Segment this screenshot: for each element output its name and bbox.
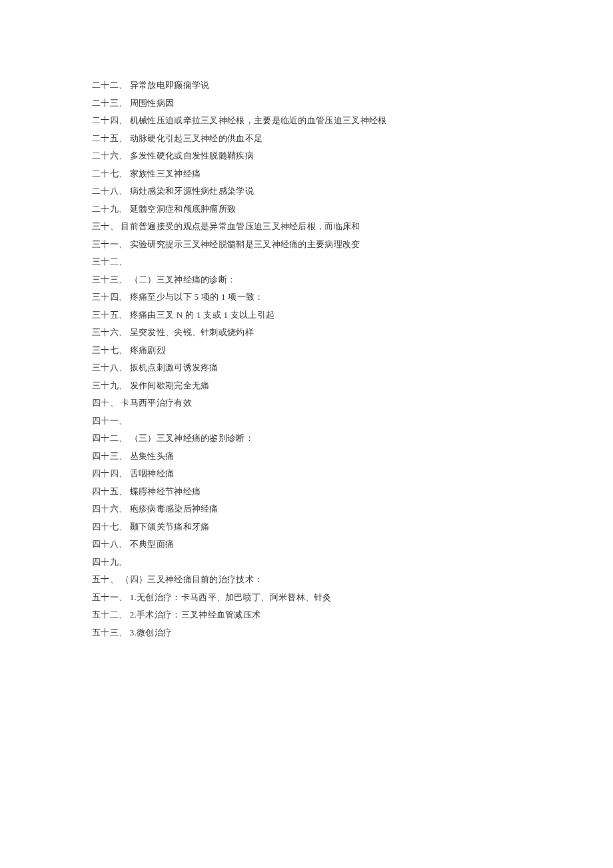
line-text: 3.微创治疗 [130,628,173,638]
line-number: 二十四、 [92,115,127,125]
line-number: 三十七、 [92,345,127,355]
line-text: 异常放电即癫痫学说 [130,80,210,90]
outline-line: 四十五、 蝶腭神经节神经痛 [92,483,521,501]
line-text: 疼痛至少与以下 5 项的 1 项一致： [130,292,264,302]
line-number: 四十九、 [92,557,127,567]
document-page: 二十二、 异常放电即癫痫学说二十三、 周围性病因二十四、 机械性压迫或牵拉三叉神… [0,0,521,642]
line-text: 颞下颌关节痛和牙痛 [130,522,210,532]
line-number: 二十五、 [92,133,127,143]
outline-line: 二十八、 病灶感染和牙源性病灶感染学说 [92,183,521,201]
line-number: 三十、 [92,221,119,231]
outline-line: 二十六、 多发性硬化或自发性脱髓鞘疾病 [92,147,521,165]
outline-line: 五十、 （四）三叉神经痛目前的治疗技术： [92,571,521,589]
outline-line: 三十一、 实验研究提示三叉神经脱髓鞘是三叉神经痛的主要病理改变 [92,236,521,254]
line-number: 二十七、 [92,169,127,179]
line-text: 卡马西平治疗有效 [121,398,191,408]
line-number: 四十八、 [92,539,127,549]
outline-line: 五十二、 2.手术治疗：三叉神经血管减压术 [92,606,521,624]
line-number: 五十三、 [92,628,127,638]
line-text: 目前普遍接受的观点是异常血管压迫三叉神经后根，而临床和 [121,221,360,231]
line-text: （三）三叉神经痛的鉴别诊断： [130,433,254,443]
outline-line: 四十一、 [92,412,521,430]
line-text: 呈突发性、尖锐、针刺或烧灼样 [130,327,254,337]
line-text: 丛集性头痛 [130,451,175,461]
outline-line: 四十八、 不典型面痛 [92,536,521,554]
outline-line: 四十七、 颞下颌关节痛和牙痛 [92,518,521,536]
outline-line: 二十四、 机械性压迫或牵拉三叉神经根，主要是临近的血管压迫三叉神经根 [92,112,521,130]
line-text: 发作间歇期完全无痛 [130,380,210,390]
line-number: 二十二、 [92,80,127,90]
line-number: 三十九、 [92,380,127,390]
outline-line: 三十八、 扳机点刺激可诱发疼痛 [92,359,521,377]
outline-line: 三十二、 [92,253,521,271]
line-number: 五十、 [92,574,119,584]
line-number: 三十六、 [92,327,127,337]
line-number: 二十六、 [92,151,127,161]
line-number: 四十二、 [92,433,127,443]
line-number: 四十、 [92,398,119,408]
line-number: 三十二、 [92,256,127,266]
outline-line: 四十三、 丛集性头痛 [92,448,521,466]
line-number: 四十五、 [92,486,127,496]
line-text: （二）三叉神经痛的诊断： [130,274,237,284]
line-number: 三十四、 [92,292,127,302]
line-text: 疼痛剧烈 [130,345,165,355]
line-number: 三十五、 [92,310,127,320]
line-text: 1.无创治疗：卡马西平、加巴喷丁、阿米替林、针灸 [130,592,332,602]
line-number: 四十六、 [92,504,127,514]
outline-line: 四十四、 舌咽神经痛 [92,465,521,483]
line-text: （四）三叉神经痛目前的治疗技术： [121,574,263,584]
line-text: 2.手术治疗：三叉神经血管减压术 [130,610,261,620]
line-text: 动脉硬化引起三叉神经的供血不足 [130,133,263,143]
line-number: 四十三、 [92,451,127,461]
line-text: 机械性压迫或牵拉三叉神经根，主要是临近的血管压迫三叉神经根 [130,115,387,125]
line-number: 四十一、 [92,416,127,426]
outline-line: 四十、 卡马西平治疗有效 [92,394,521,412]
outline-line: 三十四、 疼痛至少与以下 5 项的 1 项一致： [92,288,521,306]
line-text: 不典型面痛 [130,539,175,549]
outline-line: 二十五、 动脉硬化引起三叉神经的供血不足 [92,130,521,148]
line-text: 疼痛由三叉 N 的 1 支或 1 支以上引起 [130,310,275,320]
outline-line: 三十三、 （二）三叉神经痛的诊断： [92,271,521,289]
spacer [127,416,130,426]
outline-line: 二十九、 延髓空洞症和颅底肿瘤所致 [92,201,521,218]
outline-line: 四十九、 [92,554,521,572]
line-number: 五十二、 [92,610,127,620]
outline-line: 二十二、 异常放电即癫痫学说 [92,77,521,95]
outline-line: 三十六、 呈突发性、尖锐、针刺或烧灼样 [92,324,521,342]
outline-line: 四十二、 （三）三叉神经痛的鉴别诊断： [92,430,521,448]
line-number: 三十三、 [92,274,127,284]
line-number: 四十四、 [92,468,127,478]
line-text: 扳机点刺激可诱发疼痛 [130,362,219,372]
line-number: 四十七、 [92,522,127,532]
outline-line: 五十一、 1.无创治疗：卡马西平、加巴喷丁、阿米替林、针灸 [92,589,521,607]
outline-line: 三十、 目前普遍接受的观点是异常血管压迫三叉神经后根，而临床和 [92,218,521,236]
outline-line: 三十七、 疼痛剧烈 [92,342,521,360]
line-number: 二十九、 [92,204,127,214]
line-number: 三十一、 [92,239,127,249]
spacer [127,256,130,266]
outline-line: 二十三、 周围性病因 [92,95,521,113]
outline-line: 五十三、 3.微创治疗 [92,624,521,642]
line-text: 多发性硬化或自发性脱髓鞘疾病 [130,151,254,161]
line-text: 病灶感染和牙源性病灶感染学说 [130,186,254,196]
line-text: 舌咽神经痛 [130,468,175,478]
outline-line: 三十九、 发作间歇期完全无痛 [92,377,521,395]
line-text: 周围性病因 [130,98,175,108]
line-number: 二十三、 [92,98,127,108]
line-text: 蝶腭神经节神经痛 [130,486,201,496]
line-text: 延髓空洞症和颅底肿瘤所致 [130,204,237,214]
line-text: 实验研究提示三叉神经脱髓鞘是三叉神经痛的主要病理改变 [130,239,360,249]
spacer [127,557,130,567]
outline-line: 二十七、 家族性三叉神经痛 [92,165,521,183]
line-text: 家族性三叉神经痛 [130,169,201,179]
outline-line: 四十六、 疱疹病毒感染后神经痛 [92,500,521,518]
line-number: 五十一、 [92,592,127,602]
line-number: 二十八、 [92,186,127,196]
line-number: 三十八、 [92,362,127,372]
outline-line: 三十五、 疼痛由三叉 N 的 1 支或 1 支以上引起 [92,306,521,324]
line-text: 疱疹病毒感染后神经痛 [130,504,219,514]
